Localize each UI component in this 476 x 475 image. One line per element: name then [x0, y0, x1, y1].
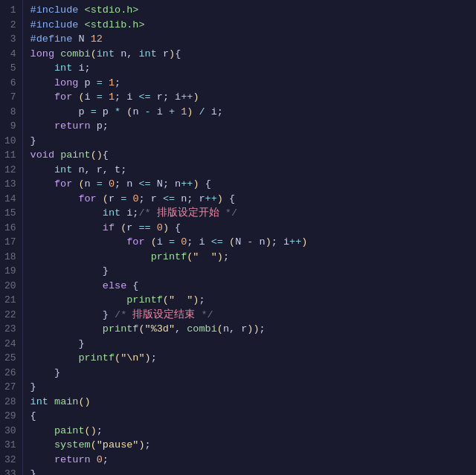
line-num-12: 12	[4, 163, 16, 178]
line-num-7: 7	[4, 90, 16, 105]
code-line-16: if (r == 0) {	[30, 221, 476, 236]
line-num-30: 30	[4, 424, 16, 439]
line-num-15: 15	[4, 206, 16, 221]
line-num-23: 23	[4, 322, 16, 337]
line-num-22: 22	[4, 308, 16, 323]
line-num-25: 25	[4, 351, 16, 366]
code-line-31: system("pause");	[30, 438, 476, 453]
line-num-28: 28	[4, 395, 16, 410]
line-num-21: 21	[4, 293, 16, 308]
line-num-19: 19	[4, 264, 16, 279]
line-num-27: 27	[4, 380, 16, 395]
code-line-23: printf("%3d", combi(n, r));	[30, 322, 476, 337]
code-line-22: } /* 排版设定结束 */	[30, 308, 476, 323]
code-line-1: #include <stdio.h>	[30, 3, 476, 18]
code-line-11: void paint(){	[30, 148, 476, 163]
code-line-8: p = p * (n - i + 1) / i;	[30, 105, 476, 120]
code-line-9: return p;	[30, 119, 476, 134]
code-line-10: }	[30, 134, 476, 149]
line-num-5: 5	[4, 61, 16, 76]
line-num-31: 31	[4, 438, 16, 453]
code-line-20: else {	[30, 279, 476, 294]
code-line-15: int i;/* 排版设定开始 */	[30, 206, 476, 221]
line-num-16: 16	[4, 221, 16, 236]
line-num-3: 3	[4, 32, 16, 47]
code-line-17: for (i = 0; i <= (N - n); i++)	[30, 235, 476, 250]
code-line-6: long p = 1;	[30, 76, 476, 91]
code-line-21: printf(" ");	[30, 293, 476, 308]
code-line-12: int n, r, t;	[30, 163, 476, 178]
code-line-28: int main()	[30, 395, 476, 410]
line-num-26: 26	[4, 366, 16, 381]
line-num-1: 1	[4, 3, 16, 18]
code-line-14: for (r = 0; r <= n; r++) {	[30, 192, 476, 207]
code-content: #include <stdio.h> #include <stdlib.h> #…	[23, 0, 476, 475]
code-line-24: }	[30, 337, 476, 352]
line-num-13: 13	[4, 177, 16, 192]
line-num-18: 18	[4, 250, 16, 265]
line-num-9: 9	[4, 119, 16, 134]
code-line-5: int i;	[30, 61, 476, 76]
line-num-2: 2	[4, 18, 16, 33]
code-line-26: }	[30, 366, 476, 381]
line-num-6: 6	[4, 76, 16, 91]
code-line-4: long combi(int n, int r){	[30, 47, 476, 62]
line-num-4: 4	[4, 47, 16, 62]
code-line-7: for (i = 1; i <= r; i++)	[30, 90, 476, 105]
code-line-13: for (n = 0; n <= N; n++) {	[30, 177, 476, 192]
line-num-24: 24	[4, 337, 16, 352]
code-line-30: paint();	[30, 424, 476, 439]
code-line-19: }	[30, 264, 476, 279]
code-line-25: printf("\n");	[30, 351, 476, 366]
code-line-33: }	[30, 467, 476, 475]
code-line-18: printf(" ");	[30, 250, 476, 265]
line-num-11: 11	[4, 148, 16, 163]
code-line-29: {	[30, 409, 476, 424]
line-num-14: 14	[4, 192, 16, 207]
line-num-10: 10	[4, 134, 16, 149]
code-line-27: }	[30, 380, 476, 395]
line-num-17: 17	[4, 235, 16, 250]
code-editor: 1 2 3 4 5 6 7 8 9 10 11 12 13 14 15 16 1…	[0, 0, 476, 475]
line-num-8: 8	[4, 105, 16, 120]
line-num-29: 29	[4, 409, 16, 424]
line-num-33: 33	[4, 467, 16, 475]
line-num-32: 32	[4, 453, 16, 468]
code-line-3: #define N 12	[30, 32, 476, 47]
line-numbers: 1 2 3 4 5 6 7 8 9 10 11 12 13 14 15 16 1…	[0, 0, 23, 475]
line-num-20: 20	[4, 279, 16, 294]
code-line-32: return 0;	[30, 453, 476, 468]
code-line-2: #include <stdlib.h>	[30, 18, 476, 33]
